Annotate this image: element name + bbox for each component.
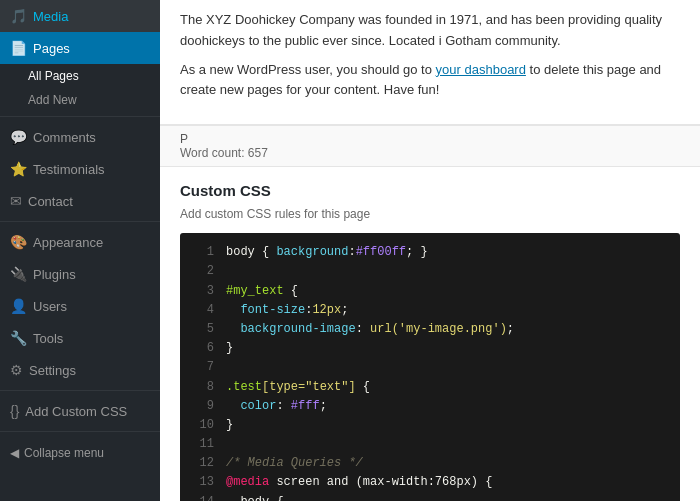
sidebar-item-appearance-label: Appearance <box>33 235 103 250</box>
custom-css-title: Custom CSS <box>180 182 680 199</box>
sidebar-item-settings-label: Settings <box>29 363 76 378</box>
line-number: 13 <box>190 473 214 492</box>
line-content: #my_text { <box>226 282 298 301</box>
code-line: 13@media screen and (max-width:768px) { <box>180 473 680 492</box>
line-number: 7 <box>190 358 214 377</box>
comments-icon: 💬 <box>10 129 27 145</box>
sidebar-item-users[interactable]: 👤 Users <box>0 290 160 322</box>
sidebar-item-testimonials-label: Testimonials <box>33 162 105 177</box>
paragraph-2: As a new WordPress user, you should go t… <box>180 60 680 102</box>
sidebar: 🎵 Media 📄 Pages All Pages Add New 💬 Comm… <box>0 0 160 501</box>
line-number: 8 <box>190 378 214 397</box>
line-number: 1 <box>190 243 214 262</box>
code-line: 11 <box>180 435 680 454</box>
line-content: background-image: url('my-image.png'); <box>226 320 514 339</box>
sidebar-item-settings[interactable]: ⚙ Settings <box>0 354 160 386</box>
sidebar-item-add-custom-css[interactable]: {} Add Custom CSS <box>0 395 160 427</box>
sidebar-item-pages[interactable]: 📄 Pages <box>0 32 160 64</box>
collapse-icon: ◀ <box>10 446 19 460</box>
line-content: .test[type="text"] { <box>226 378 370 397</box>
code-line: 7 <box>180 358 680 377</box>
line-number: 5 <box>190 320 214 339</box>
line-number: 11 <box>190 435 214 454</box>
line-number: 4 <box>190 301 214 320</box>
custom-css-desc: Add custom CSS rules for this page <box>180 207 680 221</box>
sidebar-item-plugins[interactable]: 🔌 Plugins <box>0 258 160 290</box>
sidebar-item-media[interactable]: 🎵 Media <box>0 0 160 32</box>
code-line: 12/* Media Queries */ <box>180 454 680 473</box>
dashboard-link[interactable]: your dashboard <box>436 62 526 77</box>
code-line: 3#my_text { <box>180 282 680 301</box>
line-number: 3 <box>190 282 214 301</box>
sidebar-item-users-label: Users <box>33 299 67 314</box>
pages-icon: 📄 <box>10 40 27 56</box>
word-count-p-label: P <box>180 132 188 146</box>
divider-1 <box>0 116 160 117</box>
testimonials-icon: ⭐ <box>10 161 27 177</box>
word-count-text: Word count: 657 <box>180 146 268 160</box>
line-content: /* Media Queries */ <box>226 454 363 473</box>
line-number: 6 <box>190 339 214 358</box>
sidebar-item-pages-label: Pages <box>33 41 70 56</box>
code-line: 5 background-image: url('my-image.png'); <box>180 320 680 339</box>
code-line: 6} <box>180 339 680 358</box>
plugins-icon: 🔌 <box>10 266 27 282</box>
page-text-section: The XYZ Doohickey Company was founded in… <box>160 0 700 125</box>
sidebar-item-testimonials[interactable]: ⭐ Testimonials <box>0 153 160 185</box>
line-content: body { <box>226 493 284 501</box>
collapse-menu-label: Collapse menu <box>24 446 104 460</box>
paragraph-2-pre: As a new WordPress user, you should go t… <box>180 62 436 77</box>
media-icon: 🎵 <box>10 8 27 24</box>
word-count-bar: P Word count: 657 <box>160 125 700 167</box>
appearance-icon: 🎨 <box>10 234 27 250</box>
paragraph-1: The XYZ Doohickey Company was founded in… <box>180 10 680 52</box>
line-number: 9 <box>190 397 214 416</box>
code-line: 2 <box>180 262 680 281</box>
sidebar-item-appearance[interactable]: 🎨 Appearance <box>0 226 160 258</box>
code-line: 10} <box>180 416 680 435</box>
code-line: 4 font-size:12px; <box>180 301 680 320</box>
users-icon: 👤 <box>10 298 27 314</box>
sidebar-item-contact[interactable]: ✉ Contact <box>0 185 160 217</box>
code-editor[interactable]: 1body { background:#ff00ff; }23#my_text … <box>180 233 680 501</box>
line-content: @media screen and (max-width:768px) { <box>226 473 492 492</box>
code-line: 8.test[type="text"] { <box>180 378 680 397</box>
custom-css-section: Custom CSS Add custom CSS rules for this… <box>160 167 700 501</box>
settings-icon: ⚙ <box>10 362 23 378</box>
line-number: 12 <box>190 454 214 473</box>
line-content: font-size:12px; <box>226 301 348 320</box>
line-content: color: #fff; <box>226 397 327 416</box>
divider-2 <box>0 221 160 222</box>
sidebar-item-add-custom-css-label: Add Custom CSS <box>25 404 127 419</box>
sidebar-subitem-all-pages[interactable]: All Pages <box>0 64 160 88</box>
line-content: } <box>226 339 233 358</box>
line-number: 14 <box>190 493 214 501</box>
line-content: } <box>226 416 233 435</box>
sidebar-item-tools[interactable]: 🔧 Tools <box>0 322 160 354</box>
code-line: 1body { background:#ff00ff; } <box>180 243 680 262</box>
contact-icon: ✉ <box>10 193 22 209</box>
sidebar-item-contact-label: Contact <box>28 194 73 209</box>
custom-css-icon: {} <box>10 403 19 419</box>
main-content: The XYZ Doohickey Company was founded in… <box>160 0 700 501</box>
collapse-menu-button[interactable]: ◀ Collapse menu <box>0 436 160 470</box>
line-content: body { background:#ff00ff; } <box>226 243 428 262</box>
line-number: 10 <box>190 416 214 435</box>
divider-3 <box>0 390 160 391</box>
sidebar-item-comments[interactable]: 💬 Comments <box>0 121 160 153</box>
sidebar-item-tools-label: Tools <box>33 331 63 346</box>
divider-4 <box>0 431 160 432</box>
content-area: The XYZ Doohickey Company was founded in… <box>160 0 700 501</box>
line-number: 2 <box>190 262 214 281</box>
code-line: 9 color: #fff; <box>180 397 680 416</box>
sidebar-item-media-label: Media <box>33 9 68 24</box>
sidebar-item-plugins-label: Plugins <box>33 267 76 282</box>
code-line: 14 body { <box>180 493 680 501</box>
tools-icon: 🔧 <box>10 330 27 346</box>
sidebar-item-comments-label: Comments <box>33 130 96 145</box>
sidebar-subitem-add-new[interactable]: Add New <box>0 88 160 112</box>
